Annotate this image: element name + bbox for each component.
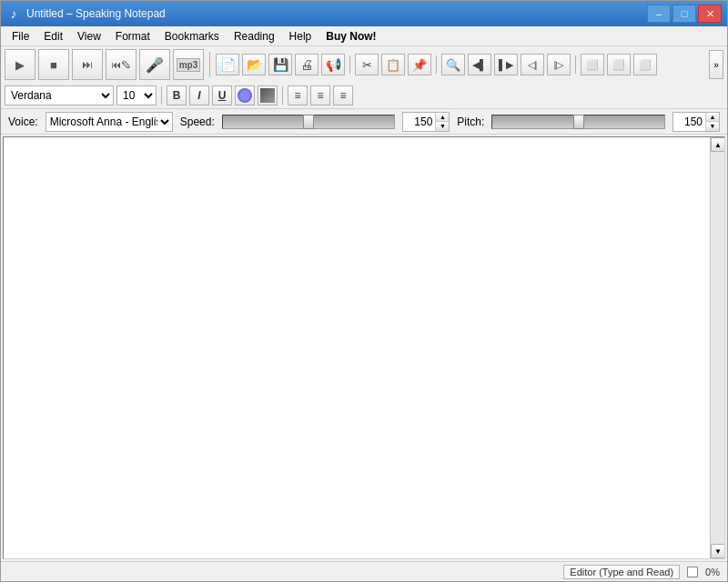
pitch-field: 150 ▲ ▼: [672, 112, 720, 132]
find-button[interactable]: 🔍: [441, 54, 465, 75]
new-button[interactable]: 📄: [216, 54, 239, 75]
voice-icon: 🎤: [146, 56, 164, 74]
prev-button[interactable]: ◁|: [521, 54, 544, 75]
next-button[interactable]: |▷: [547, 54, 571, 75]
play-button[interactable]: [5, 49, 35, 80]
speed-label: Speed:: [180, 115, 215, 128]
bookmark-next-button[interactable]: ▌▶: [494, 54, 518, 75]
toolbar-expand-button[interactable]: »: [709, 50, 723, 79]
cut-icon: ✂: [362, 58, 372, 72]
voice-button[interactable]: 🎤: [139, 49, 170, 80]
menu-reading[interactable]: Reading: [227, 26, 282, 45]
save-button[interactable]: 💾: [268, 54, 292, 75]
print-button[interactable]: 🖨: [295, 54, 318, 75]
align-center-fmt-button[interactable]: ≡: [310, 85, 330, 105]
align-right-fmt-button[interactable]: ≡: [333, 85, 353, 105]
scroll-up-button[interactable]: ▲: [711, 137, 725, 152]
underline-button[interactable]: U: [212, 85, 232, 105]
separator5: [161, 86, 162, 105]
align-left-button[interactable]: ⬜: [581, 54, 604, 75]
progress-percentage: 0%: [705, 567, 720, 577]
align-left-fmt-icon: ≡: [294, 89, 300, 102]
speed-down-button[interactable]: ▼: [436, 122, 449, 131]
editor-area[interactable]: ▲ ▼: [3, 136, 725, 559]
minimize-button[interactable]: –: [647, 5, 671, 23]
save-icon: 💾: [273, 57, 288, 72]
align-right-fmt-icon: ≡: [339, 89, 346, 102]
separator6: [282, 86, 283, 105]
pitch-value: 150: [673, 113, 706, 131]
menu-file[interactable]: File: [5, 26, 36, 45]
speak-icon: 📢: [326, 57, 341, 72]
maximize-button[interactable]: □: [672, 5, 696, 23]
menu-format[interactable]: Format: [108, 26, 157, 45]
editor-mode-checkbox[interactable]: [687, 567, 698, 577]
font-color-button[interactable]: [235, 85, 255, 105]
open-button[interactable]: 📂: [242, 54, 266, 75]
status-bar: Editor (Type and Read) 0%: [1, 561, 727, 581]
separator1: [209, 52, 210, 77]
prev-icon: ◁|: [528, 59, 538, 71]
copy-icon: 📋: [386, 58, 400, 72]
mp3-button[interactable]: mp3: [173, 49, 204, 80]
paste-button[interactable]: 📌: [408, 54, 431, 75]
skip-forward-button[interactable]: ⏭: [72, 49, 103, 80]
stop-button[interactable]: [38, 49, 69, 80]
menu-edit[interactable]: Edit: [36, 26, 70, 45]
scroll-down-button[interactable]: ▼: [711, 544, 725, 558]
vertical-scrollbar[interactable]: ▲ ▼: [710, 137, 724, 558]
font-family-select[interactable]: Verdana: [5, 85, 114, 105]
menu-help[interactable]: Help: [282, 26, 319, 45]
window-title: Untitled – Speaking Notepad: [26, 7, 647, 20]
pitch-slider[interactable]: [491, 115, 665, 129]
menu-view[interactable]: View: [70, 26, 108, 45]
highlight-button[interactable]: [258, 85, 278, 105]
font-size-select[interactable]: 10: [116, 85, 157, 105]
align-left-fmt-button[interactable]: ≡: [288, 85, 308, 105]
speed-slider[interactable]: [222, 115, 396, 129]
separator3: [436, 55, 437, 74]
voice-select[interactable]: Microsoft Anna - English: [46, 112, 173, 132]
pitch-up-button[interactable]: ▲: [706, 113, 719, 123]
next-icon: |▷: [554, 59, 564, 71]
stop-icon: [50, 57, 57, 72]
bold-button[interactable]: B: [167, 85, 187, 105]
speak-page-button[interactable]: 📢: [321, 54, 345, 75]
pitch-down-button[interactable]: ▼: [706, 122, 719, 131]
underline-icon: U: [218, 89, 227, 102]
separator2: [349, 55, 350, 74]
italic-icon: I: [197, 89, 200, 102]
bookmark-prev-button[interactable]: ◀▌: [468, 54, 491, 75]
align-right-icon: ⬜: [639, 59, 652, 71]
close-button[interactable]: ✕: [698, 5, 722, 23]
text-editor[interactable]: [4, 137, 710, 558]
new-icon: 📄: [220, 57, 236, 72]
speed-up-button[interactable]: ▲: [436, 113, 449, 123]
align-center-fmt-icon: ≡: [317, 89, 323, 102]
paste-icon: 📌: [412, 58, 427, 72]
play-icon: [15, 57, 25, 72]
italic-button[interactable]: I: [189, 85, 209, 105]
find-icon: 🔍: [446, 58, 460, 72]
pitch-label: Pitch:: [457, 115, 484, 128]
main-window: ♪ Untitled – Speaking Notepad – □ ✕ File…: [0, 0, 728, 582]
bold-icon: B: [173, 89, 181, 102]
bookmark-prev-icon: ◀▌: [472, 59, 487, 71]
speed-value: 150: [403, 113, 436, 131]
menu-bookmarks[interactable]: Bookmarks: [157, 26, 227, 45]
align-right-button[interactable]: ⬜: [633, 54, 657, 75]
app-icon: ♪: [6, 6, 21, 21]
rewind-button[interactable]: ⏮✎: [106, 49, 136, 80]
menu-buynow[interactable]: Buy Now!: [318, 26, 383, 45]
editor-mode-label: Editor (Type and Read): [563, 565, 680, 579]
window-controls: – □ ✕: [647, 5, 722, 23]
voice-label: Voice:: [8, 115, 38, 128]
scroll-track[interactable]: [711, 152, 724, 544]
skip-forward-icon: ⏭: [82, 58, 93, 71]
menu-bar: File Edit View Format Bookmarks Reading …: [1, 26, 727, 46]
mp3-icon: mp3: [177, 58, 201, 72]
align-center-button[interactable]: ⬜: [607, 54, 631, 75]
title-bar: ♪ Untitled – Speaking Notepad – □ ✕: [1, 1, 727, 26]
cut-button[interactable]: ✂: [355, 54, 379, 75]
copy-button[interactable]: 📋: [381, 54, 405, 75]
